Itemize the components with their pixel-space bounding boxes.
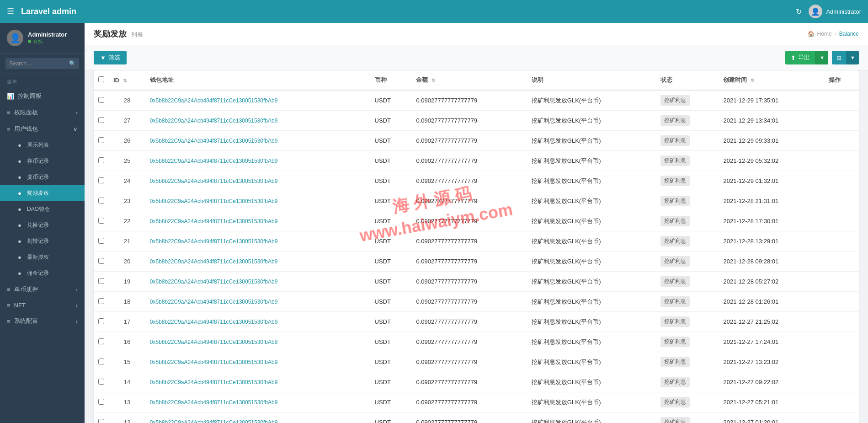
row-checkbox[interactable]: [98, 238, 104, 244]
table-row: 21 0x5b8b22C9aA24Acb494f8711cCe130051530…: [94, 231, 859, 252]
row-amount: 0.09027777777777779: [411, 131, 527, 151]
row-description: 挖矿利息发放GLK(平台币): [527, 372, 656, 392]
filter-button[interactable]: ▼ 筛选: [94, 51, 127, 64]
sidebar-item-exchange-records[interactable]: ● 兑换记录: [0, 217, 85, 233]
row-id: 16: [109, 332, 145, 352]
row-amount: 0.09027777777777779: [411, 252, 527, 272]
sidebar-item-label: 提币记录: [27, 173, 78, 181]
sidebar-item-reward-release[interactable]: ● 奖励发放: [0, 185, 85, 201]
chevron-right-icon: ›: [76, 286, 78, 293]
circle-icon: ●: [16, 174, 23, 181]
row-wallet: 0x5b8b22C9aA24Acb494f8711cCe130051530fbA…: [145, 211, 370, 231]
row-description: 挖矿利息发放GLK(平台币): [527, 272, 656, 292]
page-title: 奖励发放: [94, 28, 127, 39]
row-checkbox[interactable]: [98, 97, 104, 103]
table-row: 14 0x5b8b22C9aA24Acb494f8711cCe130051530…: [94, 372, 859, 392]
row-checkbox[interactable]: [98, 338, 104, 344]
sidebar-item-fee-records[interactable]: ● 佣金记录: [0, 265, 85, 281]
row-checkbox[interactable]: [98, 198, 104, 203]
table-row: 27 0x5b8b22C9aA24Acb494f8711cCe130051530…: [94, 111, 859, 131]
row-id: 24: [109, 171, 145, 191]
sidebar-item-permissions[interactable]: ≡ 权限面板 ›: [0, 104, 85, 121]
row-amount: 0.09027777777777779: [411, 352, 527, 372]
row-currency: USDT: [370, 412, 412, 423]
sidebar: 👤 Administrator 在线 🔍 菜单 📊 控制面板: [0, 23, 85, 423]
row-created-at: 2021-12-29 01:32:01: [719, 171, 824, 191]
sidebar-item-deposit-records[interactable]: ● 存币记录: [0, 153, 85, 169]
th-description: 说明: [527, 70, 656, 90]
row-checkbox[interactable]: [98, 258, 104, 264]
row-currency: USDT: [370, 231, 412, 252]
sidebar-item-system-config[interactable]: ≡ 系统配置 ›: [0, 313, 85, 329]
row-checkbox[interactable]: [98, 218, 104, 224]
row-checkbox[interactable]: [98, 379, 104, 385]
content-toolbar: ▼ 筛选 ⬆ 导出 ▼ ⊞ ▼: [85, 45, 868, 70]
sort-icon[interactable]: ⇅: [431, 78, 435, 83]
select-all-checkbox[interactable]: [98, 76, 104, 82]
table-container: ID ⇅ 钱包地址 币种 金额 ⇅ 说明 状态 创建时间 ⇅ 操作 28 0x5…: [85, 70, 868, 423]
sidebar-item-nft[interactable]: ≡ NFT ›: [0, 298, 85, 313]
row-status: 挖矿利息: [656, 111, 719, 131]
breadcrumb-home[interactable]: Home: [817, 31, 832, 37]
sidebar-item-dao-lock[interactable]: ● DAO锁仓: [0, 201, 85, 217]
row-description: 挖矿利息发放GLK(平台币): [527, 191, 656, 211]
columns-icon: ⊞: [836, 54, 841, 61]
sidebar-item-label: 权限面板: [14, 108, 38, 117]
row-status: 挖矿利息: [656, 131, 719, 151]
row-checkbox-cell: [94, 392, 109, 412]
row-checkbox[interactable]: [98, 137, 104, 143]
admin-info[interactable]: 👤 Administrator: [809, 5, 861, 18]
row-amount: 0.09027777777777779: [411, 231, 527, 252]
export-dropdown-button[interactable]: ▼: [815, 51, 828, 64]
row-created-at: 2021-12-28 09:28:01: [719, 252, 824, 272]
hamburger-icon[interactable]: ☰: [7, 6, 14, 16]
sort-icon[interactable]: ⇅: [123, 78, 127, 83]
search-input[interactable]: [5, 58, 79, 69]
page-subtitle: 列表: [131, 31, 143, 39]
row-wallet: 0x5b8b22C9aA24Acb494f8711cCe130051530fbA…: [145, 171, 370, 191]
row-checkbox[interactable]: [98, 117, 104, 123]
dashboard-icon: 📊: [7, 93, 14, 100]
columns-button[interactable]: ⊞: [832, 51, 846, 64]
sidebar-item-transfer-records[interactable]: ● 划转记录: [0, 233, 85, 249]
row-checkbox[interactable]: [98, 298, 104, 304]
export-button[interactable]: ⬆ 导出: [785, 51, 815, 64]
navbar-right: ↻ 👤 Administrator: [796, 5, 861, 18]
breadcrumb-separator: ›: [835, 31, 836, 37]
row-currency: USDT: [370, 90, 412, 111]
row-checkbox[interactable]: [98, 157, 104, 163]
refresh-icon[interactable]: ↻: [796, 7, 802, 16]
columns-dropdown-button[interactable]: ▼: [846, 51, 859, 64]
row-checkbox[interactable]: [98, 278, 104, 284]
status-badge: 挖矿利息: [660, 135, 690, 146]
row-status: 挖矿利息: [656, 211, 719, 231]
status-badge: 挖矿利息: [660, 196, 690, 206]
sidebar-item-dashboard[interactable]: 📊 控制面板: [0, 88, 85, 104]
sidebar-item-single-pledge[interactable]: ≡ 单币质押 ›: [0, 281, 85, 298]
sidebar-item-user-wallet[interactable]: ≡ 用户钱包 ∨: [0, 121, 85, 137]
sidebar-item-latest-auth[interactable]: ● 最新授权: [0, 249, 85, 265]
row-created-at: 2021-12-29 13:34:01: [719, 111, 824, 131]
sidebar-item-withdrawal-records[interactable]: ● 提币记录: [0, 169, 85, 185]
breadcrumb-current: Balance: [839, 31, 859, 37]
sort-icon[interactable]: ⇅: [751, 78, 754, 83]
row-checkbox-cell: [94, 111, 109, 131]
sidebar-item-display-list[interactable]: ● 展示列表: [0, 137, 85, 153]
row-checkbox[interactable]: [98, 359, 104, 364]
sidebar-item-label: 存币记录: [27, 157, 78, 165]
row-checkbox-cell: [94, 151, 109, 171]
row-checkbox[interactable]: [98, 177, 104, 183]
columns-button-group: ⊞ ▼: [832, 51, 859, 64]
row-created-at: 2021-12-29 17:35:01: [719, 90, 824, 111]
row-amount: 0.09027777777777779: [411, 332, 527, 352]
row-checkbox[interactable]: [98, 399, 104, 405]
chevron-right-icon: ›: [76, 318, 78, 325]
row-checkbox-cell: [94, 252, 109, 272]
sidebar-item-label: 划转记录: [27, 237, 78, 245]
row-checkbox[interactable]: [98, 318, 104, 324]
menu-label: 菜单: [0, 74, 85, 88]
row-currency: USDT: [370, 312, 412, 332]
row-checkbox[interactable]: [98, 419, 104, 423]
sidebar-item-label: 控制面板: [18, 92, 78, 100]
row-created-at: 2021-12-28 05:27:02: [719, 272, 824, 292]
